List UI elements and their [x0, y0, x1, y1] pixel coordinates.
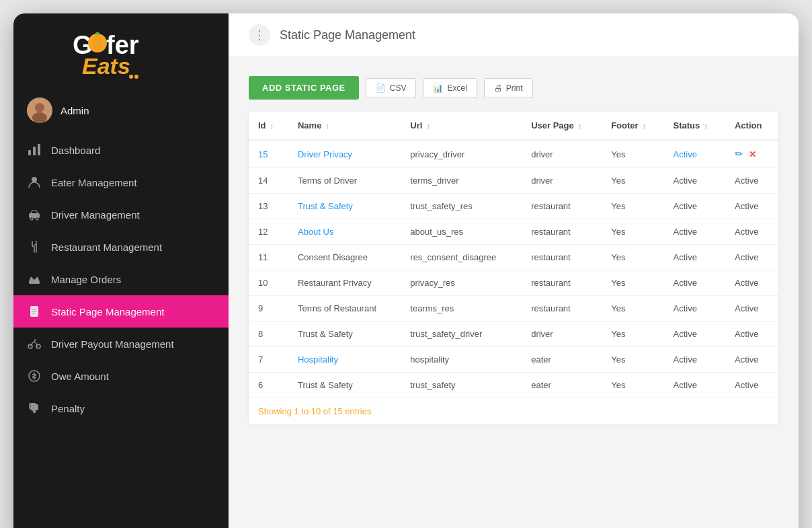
cell-id: 9	[249, 296, 288, 322]
cell-name: Consent Disagree	[288, 245, 401, 270]
page-title: Static Page Management	[280, 28, 415, 42]
table-row: 13Trust & Safetytrust_safety_resrestaura…	[249, 194, 778, 219]
action-status: Active	[735, 354, 758, 365]
svg-rect-18	[29, 282, 40, 284]
cell-action: Active	[725, 270, 778, 296]
col-url-sort-arrow: ↕	[424, 122, 430, 130]
cell-name[interactable]: Driver Privacy	[288, 140, 401, 168]
cell-name[interactable]: About Us	[288, 219, 401, 245]
sidebar-item-static-page-management[interactable]: Static Page Management	[13, 295, 229, 328]
action-status: Active	[735, 227, 758, 237]
col-userpage[interactable]: User Page ↕	[522, 112, 602, 140]
table-body: 15Driver Privacyprivacy_driverdriverYesA…	[249, 140, 778, 398]
cell-footer: Yes	[602, 373, 663, 398]
excel-icon: 📊	[433, 83, 443, 93]
add-static-page-button[interactable]: ADD STATIC PAGE	[249, 76, 359, 100]
sidebar-label-restaurant-management: Restaurant Management	[51, 241, 162, 253]
col-id[interactable]: Id ↕	[249, 112, 288, 140]
cell-id: 8	[249, 322, 288, 347]
cell-url: privacy_driver	[401, 140, 522, 168]
svg-text:Eats: Eats	[82, 53, 130, 79]
table-row: 14Terms of Driverterms_driverdriverYesAc…	[249, 168, 778, 194]
svg-rect-15	[29, 213, 40, 218]
sidebar-label-penalty: Penalty	[51, 403, 85, 414]
action-status: Active	[735, 380, 758, 390]
col-url[interactable]: Url ↕	[401, 112, 522, 140]
admin-label: Admin	[60, 105, 89, 116]
bike-icon	[27, 336, 42, 351]
cell-footer: Yes	[602, 194, 663, 219]
cell-status: Active	[663, 219, 725, 245]
edit-icon[interactable]: ✏	[735, 148, 743, 160]
sidebar-label-manage-orders: Manage Orders	[51, 274, 121, 285]
svg-point-14	[32, 177, 37, 182]
cell-footer: Yes	[602, 168, 663, 194]
svg-point-16	[30, 217, 33, 220]
sidebar-item-driver-management[interactable]: Driver Management	[13, 198, 229, 231]
cell-footer: Yes	[602, 219, 663, 245]
print-button[interactable]: 🖨 Print	[484, 78, 533, 98]
sidebar-scroll: Admin DashboardEater ManagementDriver Ma…	[13, 91, 229, 528]
col-status[interactable]: Status ↕	[663, 112, 725, 140]
cell-action: Active	[725, 168, 778, 194]
nav-items-container: DashboardEater ManagementDriver Manageme…	[13, 134, 229, 424]
svg-point-10	[32, 112, 47, 123]
excel-button[interactable]: 📊 Excel	[423, 78, 477, 98]
dollar-icon	[27, 369, 42, 383]
cell-name[interactable]: Hospitality	[288, 347, 401, 373]
svg-rect-23	[29, 403, 31, 409]
admin-row: Admin	[13, 91, 229, 134]
col-footer-sort-arrow: ↕	[641, 122, 647, 130]
sidebar-item-eater-management[interactable]: Eater Management	[13, 166, 229, 198]
cell-action: Active	[725, 373, 778, 398]
cell-status: Active	[663, 194, 725, 219]
cell-url: trust_safety_driver	[401, 322, 522, 347]
action-status: Active	[735, 303, 758, 313]
svg-point-9	[35, 103, 44, 112]
col-name-sort-arrow: ↕	[323, 122, 329, 130]
bar-chart-icon	[27, 143, 42, 157]
thumb-down-icon	[27, 401, 42, 416]
delete-icon[interactable]: ✕	[749, 149, 756, 159]
cell-name[interactable]: Trust & Safety	[288, 194, 401, 219]
col-footer[interactable]: Footer ↕	[602, 112, 663, 140]
svg-point-17	[36, 217, 38, 220]
cell-user-page: restaurant	[522, 270, 602, 296]
action-icons: ✏✕	[735, 148, 769, 160]
avatar-image	[27, 98, 52, 123]
cell-footer: Yes	[602, 245, 663, 270]
svg-rect-12	[33, 147, 36, 155]
col-name[interactable]: Name ↕	[288, 112, 401, 140]
cell-url: tearms_res	[401, 296, 522, 322]
cell-user-page: eater	[522, 347, 602, 373]
menu-icon-button[interactable]: ⋮	[249, 24, 270, 46]
cell-user-page: restaurant	[522, 296, 602, 322]
cell-name: Trust & Safety	[288, 322, 401, 347]
col-status-sort-arrow: ↕	[702, 122, 708, 130]
svg-rect-13	[38, 144, 40, 155]
person-icon	[27, 175, 42, 190]
sidebar-item-restaurant-management[interactable]: Restaurant Management	[13, 231, 229, 263]
cell-user-page: driver	[522, 140, 602, 168]
csv-button[interactable]: 📄 CSV	[366, 78, 417, 98]
sidebar-item-driver-payout-management[interactable]: Driver Payout Management	[13, 328, 229, 360]
sidebar-label-owe-amount: Owe Amount	[51, 371, 109, 382]
cell-name: Terms of Restaurant	[288, 296, 401, 322]
cell-user-page: restaurant	[522, 245, 602, 270]
cell-action: Active	[725, 296, 778, 322]
cell-footer: Yes	[602, 296, 663, 322]
action-status: Active	[735, 176, 758, 186]
table-row: 8Trust & Safetytrust_safety_driverdriver…	[249, 322, 778, 347]
cell-status: Active	[663, 140, 725, 168]
sidebar-item-dashboard[interactable]: Dashboard	[13, 134, 229, 166]
cell-action: Active	[725, 245, 778, 270]
sidebar-item-manage-orders[interactable]: Manage Orders	[13, 263, 229, 295]
sidebar-label-eater-management: Eater Management	[51, 177, 137, 188]
table-row: 10Restaurant Privacyprivacy_resrestauran…	[249, 270, 778, 296]
sidebar-item-penalty[interactable]: Penalty	[13, 392, 229, 424]
static-pages-table: Id ↕Name ↕Url ↕User Page ↕Footer ↕Status…	[249, 112, 778, 398]
svg-point-6	[129, 75, 133, 79]
sidebar-item-owe-amount[interactable]: Owe Amount	[13, 360, 229, 392]
action-status: Active	[735, 278, 758, 288]
header-row: Id ↕Name ↕Url ↕User Page ↕Footer ↕Status…	[249, 112, 778, 140]
